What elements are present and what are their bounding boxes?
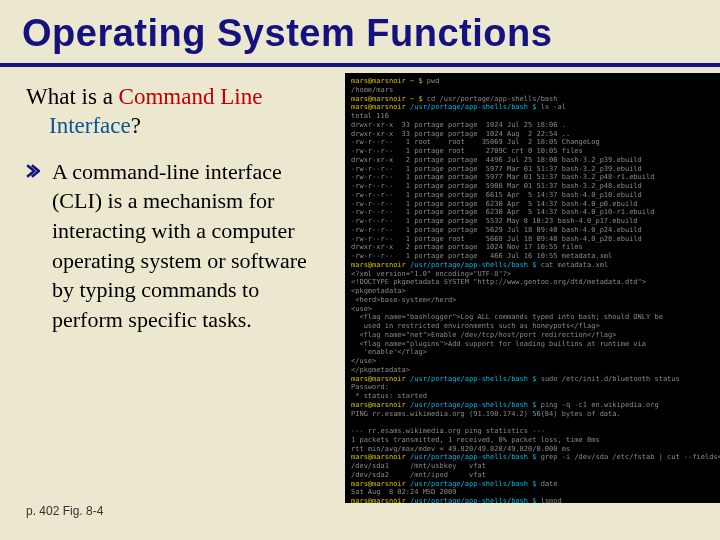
term-line: <use> [351, 305, 372, 313]
term-line: drwxr-xr-x 33 portage portage 1024 Jul 2… [351, 121, 566, 129]
term-line: /usr/portage/app-shells/bash $ [406, 497, 537, 503]
term-line: /usr/portage/app-shells/bash $ [406, 480, 537, 488]
term-line: mars@marsnoir ~ $ [351, 77, 423, 85]
term-line: mars@marsnoir [351, 261, 406, 269]
slide-title: Operating System Functions [0, 0, 720, 63]
term-line: ls -al [536, 103, 566, 111]
term-line: </use> [351, 357, 376, 365]
term-line: Sat Aug 8 02:24 MSD 2009 [351, 488, 456, 496]
term-line: -rw-r--r-- 1 portage portage 5532 May 8 … [351, 217, 638, 225]
term-line: mars@marsnoir [351, 401, 406, 409]
term-line: /usr/portage/app-shells/bash $ [406, 375, 537, 383]
term-line: --- rr.esams.wikimedia.org ping statisti… [351, 427, 545, 435]
term-line: /home/mars [351, 86, 393, 94]
term-line: /usr/portage/app-shells/bash $ [406, 401, 537, 409]
term-line: /dev/sda2 /mnt/ipod vfat [351, 471, 486, 479]
term-line: mars@marsnoir [351, 497, 406, 503]
subheading-pre: What is a [26, 84, 119, 109]
term-line: -rw-r--r-- 1 portage root 2709C crt 0 10… [351, 147, 583, 155]
title-divider [0, 63, 720, 67]
body-text: A command-line interface (CLI) is a mech… [52, 157, 333, 335]
term-line: rtt min/avg/max/mdev = 49.820/49.820/49.… [351, 445, 570, 453]
term-line: -rw-r--r-- 1 portage portage 5977 Mar 01… [351, 165, 642, 173]
term-line: -rw-r--r-- 1 portage portage 5908 Mar 01… [351, 182, 642, 190]
bullet-item: A command-line interface (CLI) is a mech… [26, 157, 333, 335]
term-line: grep -i /dev/sda /etc/fstab | cut --fiel… [536, 453, 720, 461]
term-line: PING rr.esams.wikimedia.org (91.198.174.… [351, 410, 621, 418]
term-line: <?xml version="1.0" encoding="UTF-8"?> [351, 270, 511, 278]
subheading-qmark: ? [131, 113, 141, 138]
term-line: 1 packets transmitted, 1 received, 0% pa… [351, 436, 600, 444]
chevron-right-icon [26, 157, 42, 335]
term-line: Password: [351, 383, 389, 391]
subheading-interface: Interface [49, 113, 131, 138]
term-line: mars@marsnoir ~ $ [351, 95, 423, 103]
term-line: <flag name="net">Enable /dev/tcp/host/po… [351, 331, 617, 339]
term-line: -rw-r--r-- 1 portage portage 466 Jul 16 … [351, 252, 612, 260]
term-line: <flag name="plugins">Add support for loa… [351, 340, 646, 348]
term-line: -rw-r--r-- 1 portage portage 6230 Apr 5 … [351, 208, 654, 216]
term-line: drwxr-xr-x 2 portage portage 4496 Jul 25… [351, 156, 642, 164]
term-line: -rw-r--r-- 1 portage portage 6615 Apr 5 … [351, 191, 642, 199]
term-line: mars@marsnoir [351, 375, 406, 383]
term-line: ping -q -c1 en.wikipedia.org [536, 401, 658, 409]
term-line: cat metadata.xml [536, 261, 608, 269]
term-line: date [536, 480, 557, 488]
subheading-command-line: Command Line [119, 84, 263, 109]
left-column: What is a Command Line Interface? A comm… [0, 73, 345, 503]
term-line: total 116 [351, 112, 389, 120]
term-line: drwxr-xr-x 2 portage portage 1024 Nov 17… [351, 243, 583, 251]
term-line: /dev/sda1 /mnt/usbkey vfat [351, 462, 486, 470]
term-line: lsmod [536, 497, 561, 503]
term-line: 'enable'</flag> [351, 348, 427, 356]
term-line: <flag name="bashlogger">Log ALL commands… [351, 313, 663, 321]
term-line: <pkgmetadata> [351, 287, 406, 295]
term-line: drwxr-xr-x 33 portage portage 1024 Aug 2… [351, 130, 570, 138]
term-line: * status: started [351, 392, 427, 400]
term-line: pwd [423, 77, 440, 85]
terminal-screenshot: mars@marsnoir ~ $ pwd /home/mars mars@ma… [345, 73, 720, 503]
term-line: <herd>base-system</herd> [351, 296, 456, 304]
term-line: mars@marsnoir [351, 480, 406, 488]
term-line: /usr/portage/app-shells/bash $ [406, 453, 537, 461]
term-line: cd /usr/portage/app-shells/bash [423, 95, 558, 103]
content-row: What is a Command Line Interface? A comm… [0, 73, 720, 503]
term-line: mars@marsnoir [351, 103, 406, 111]
term-line: /usr/portage/app-shells/bash $ [406, 261, 537, 269]
term-line: -rw-r--r-- 1 root root 35069 Jul 2 18:05… [351, 138, 600, 146]
term-line: -rw-r--r-- 1 portage portage 6230 Apr 5 … [351, 200, 638, 208]
term-line: mars@marsnoir [351, 453, 406, 461]
term-line: -rw-r--r-- 1 portage portage 5629 Jul 18… [351, 226, 642, 234]
term-line: -rw-r--r-- 1 portage portage 5977 Mar 01… [351, 173, 654, 181]
subheading: What is a Command Line Interface? [26, 83, 333, 141]
term-line: -rw-r--r-- 1 portage root 5668 Jul 18 09… [351, 235, 642, 243]
term-line: <!DOCTYPE pkgmetadata SYSTEM "http://www… [351, 278, 646, 286]
term-line: used in restricted environments such as … [351, 322, 600, 330]
term-line: /usr/portage/app-shells/bash $ [406, 103, 537, 111]
footer-reference: p. 402 Fig. 8-4 [26, 504, 103, 518]
term-line: sudo /etc/init.d/bluetooth status [536, 375, 679, 383]
term-line: </pkgmetadata> [351, 366, 410, 374]
